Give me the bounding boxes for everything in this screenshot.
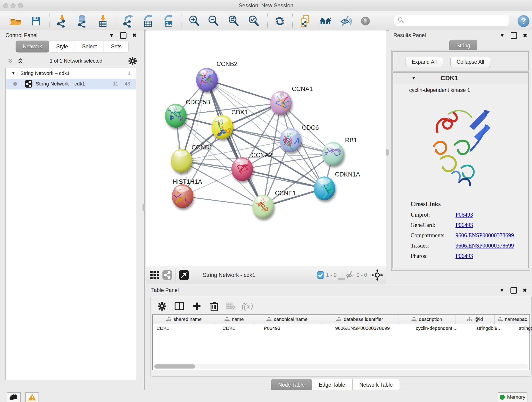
open-session-button[interactable] — [9, 14, 22, 28]
tab-network[interactable]: Network — [16, 41, 49, 52]
gene-section-header[interactable]: ▼ CDK1 — [393, 73, 528, 84]
share-view-icon[interactable] — [162, 270, 172, 280]
zoom-fit-button[interactable] — [227, 14, 240, 28]
table-cell[interactable]: cyclin-dependent ... — [412, 324, 473, 332]
float-panel-icon[interactable] — [120, 32, 127, 39]
export-network-button[interactable] — [122, 14, 135, 28]
refresh-layout-button[interactable] — [273, 14, 286, 28]
crosslink-link[interactable]: 9606.ENSP00000378699 — [456, 232, 514, 239]
zoom-out-button[interactable] — [207, 14, 220, 28]
memory-button[interactable]: Memory — [498, 392, 527, 402]
network-pages-button[interactable] — [298, 14, 312, 28]
column-header-name[interactable]: name — [215, 315, 253, 324]
expand-all-icon[interactable] — [17, 57, 24, 64]
selected-checkbox-icon[interactable] — [317, 271, 324, 279]
tree-expander-icon[interactable]: ▼ — [12, 71, 15, 76]
tab-edge-table[interactable]: Edge Table — [312, 379, 352, 391]
edge-HIST1H1A-CCNE1[interactable] — [183, 196, 263, 207]
panel-menu-icon[interactable]: ▼ — [109, 33, 114, 38]
table-cell[interactable]: CDK1 — [219, 324, 260, 332]
horizontal-splitter-handle[interactable] — [338, 278, 345, 280]
column-header-description[interactable]: description — [399, 315, 456, 324]
close-panel-icon[interactable]: ✖ — [523, 33, 527, 38]
tab-style[interactable]: Style — [49, 41, 75, 52]
table-cell[interactable]: 9606.ENSP00000378699 — [331, 324, 412, 332]
function-builder-button[interactable]: f(x) — [240, 299, 254, 313]
collapse-all-icon[interactable] — [7, 57, 14, 64]
import-table-button[interactable] — [96, 14, 109, 28]
import-network-file-button[interactable] — [56, 14, 69, 28]
network-tree-row[interactable]: String Network – cdk11148 — [6, 79, 136, 89]
float-panel-icon[interactable] — [510, 287, 517, 294]
gear-icon[interactable] — [128, 57, 137, 65]
node-CDKN1A[interactable] — [314, 177, 335, 202]
search-input[interactable] — [406, 17, 507, 24]
birdseye-icon[interactable] — [179, 270, 189, 280]
close-panel-icon[interactable]: ✖ — [133, 33, 137, 38]
show-columns-button[interactable] — [172, 299, 186, 313]
table-cell[interactable]: stringdb — [515, 324, 532, 332]
edge-CCNA2-CDKN1A[interactable] — [242, 169, 324, 188]
table-gear-button[interactable] — [155, 299, 169, 313]
table-cell[interactable]: CDK1 — [153, 324, 219, 332]
close-panel-icon[interactable]: ✖ — [523, 288, 527, 293]
crosslink-link[interactable]: P06493 — [456, 211, 473, 218]
import-network-database-button[interactable] — [76, 14, 89, 28]
crosshair-icon[interactable] — [372, 269, 383, 281]
save-session-button[interactable] — [29, 14, 43, 28]
node-table[interactable]: shared namenamecanonical namedatabase id… — [152, 314, 530, 370]
edge-CCNB2-CCNA1[interactable] — [207, 80, 281, 103]
tab-network-table[interactable]: Network Table — [352, 379, 400, 391]
crosslink-link[interactable]: P06493 — [456, 253, 473, 259]
panel-menu-icon[interactable]: ▼ — [500, 288, 505, 293]
panel-splitter-handle[interactable] — [386, 149, 389, 156]
node-CCNB2[interactable] — [196, 67, 223, 92]
node-CCNA1[interactable] — [270, 87, 292, 115]
node-RB1[interactable] — [322, 142, 344, 166]
collapse-section-icon[interactable]: ▼ — [412, 76, 416, 81]
node-CDC25B[interactable] — [162, 101, 186, 128]
horizontal-scrollbar[interactable] — [154, 364, 528, 369]
node-CDC6[interactable] — [280, 128, 302, 152]
column-header--id[interactable]: @id — [456, 315, 495, 324]
tab-sets[interactable]: Sets — [104, 41, 128, 52]
export-table-button[interactable] — [142, 14, 155, 28]
string-homes-button[interactable] — [319, 14, 332, 28]
help-button[interactable]: ? — [517, 14, 530, 28]
warnings-button[interactable] — [25, 392, 39, 402]
edge-CCNB2-CCNE1[interactable] — [207, 80, 263, 207]
search-box[interactable] — [394, 15, 509, 26]
node-HIST1H1A[interactable] — [171, 184, 194, 210]
column-header-database-identifier[interactable]: database identifier — [321, 315, 399, 324]
delete-column-button[interactable] — [207, 299, 221, 313]
node-CCNE1[interactable] — [252, 194, 274, 219]
hide-show-button[interactable] — [339, 14, 352, 28]
network-canvas[interactable]: CCNB2CCNA1CDC25BCDK1CDC6RB1CCNB1CCNA2CDK… — [146, 31, 386, 266]
grid-view-icon[interactable] — [150, 270, 159, 280]
zoom-selected-button[interactable] — [247, 14, 260, 28]
crosslink-link[interactable]: P06493 — [456, 222, 473, 228]
table-cell[interactable]: P06493 — [260, 324, 331, 332]
column-header-canonical-name[interactable]: canonical name — [253, 315, 321, 324]
node-CCNA2[interactable] — [231, 157, 253, 181]
eye-sphere-button[interactable] — [359, 14, 372, 28]
add-column-button[interactable] — [190, 299, 204, 313]
column-header-shared-name[interactable]: shared name — [153, 315, 215, 324]
delete-table-button[interactable] — [224, 299, 238, 313]
zoom-in-button[interactable] — [187, 14, 201, 28]
panel-menu-icon[interactable]: ▼ — [500, 33, 505, 38]
cloud-status-button[interactable] — [7, 392, 21, 402]
expand-all-button[interactable]: Expand All — [405, 57, 443, 67]
network-tree-row[interactable]: ▼String Network – cdk11 — [6, 68, 136, 79]
tab-node-table[interactable]: Node Table — [271, 379, 312, 391]
scrollbar-thumb[interactable] — [154, 364, 195, 369]
collapse-all-button[interactable]: Collapse All — [450, 57, 490, 67]
column-header-namespac[interactable]: namespac — [495, 315, 530, 324]
panel-splitter-handle[interactable] — [143, 204, 145, 211]
node-CCNB1[interactable] — [171, 149, 192, 173]
table-row[interactable]: CDK1CDK1P064939606.ENSP00000378699cyclin… — [153, 324, 530, 332]
export-image-button[interactable] — [162, 14, 175, 28]
crosslink-link[interactable]: 9606.ENSP00000378699 — [456, 242, 514, 249]
table-cell[interactable]: stringdb:9... — [473, 324, 515, 332]
tab-select[interactable]: Select — [75, 41, 104, 52]
